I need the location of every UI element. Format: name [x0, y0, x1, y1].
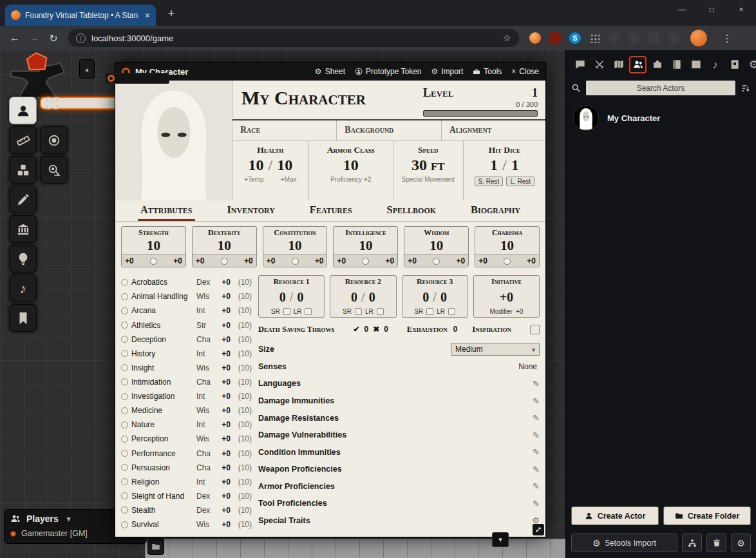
window-close-button[interactable]: ×	[726, 0, 756, 22]
sort-filter-icon[interactable]	[741, 83, 751, 93]
skill-row[interactable]: Deception Cha +0 (10)	[121, 332, 252, 347]
death-fail-icon[interactable]: ✖	[373, 325, 379, 334]
skill-row[interactable]: Nature Int +0 (10)	[121, 418, 252, 432]
ability-block[interactable]: Charisma 10 +0 +0	[475, 226, 540, 267]
tab-scenes[interactable]	[610, 56, 627, 73]
ability-score[interactable]: 10	[404, 238, 468, 255]
skill-proficiency-toggle[interactable]	[121, 293, 128, 300]
ability-score[interactable]: 10	[334, 238, 397, 255]
tab-actors[interactable]	[629, 56, 647, 73]
reload-button[interactable]: ↻	[44, 32, 63, 44]
resource-block[interactable]: Resource 2 0 / 0 SR LR	[330, 275, 396, 318]
inspiration-checkbox[interactable]	[530, 325, 540, 334]
skill-row[interactable]: Sleight of Hand Dex +0 (10)	[121, 489, 252, 503]
trait-edit-icon[interactable]: ✎	[533, 413, 540, 423]
actor-list-item[interactable]: My Character	[571, 102, 751, 134]
resource-label[interactable]: Resource 1	[260, 277, 323, 287]
skill-proficiency-toggle[interactable]	[121, 378, 128, 385]
window-resize-handle[interactable]	[533, 524, 544, 535]
skill-name[interactable]: Investigation	[131, 392, 193, 401]
skill-row[interactable]: Performance Cha +0 (10)	[121, 446, 252, 460]
tab-settings[interactable]: ⚙	[745, 56, 756, 73]
ac-value[interactable]: 10	[343, 155, 359, 175]
new-tab-button[interactable]: +	[162, 5, 180, 23]
url-text[interactable]: localhost:30000/game	[91, 34, 497, 43]
tab-compendium[interactable]	[726, 56, 743, 73]
window-minimize-button[interactable]: —	[667, 0, 697, 22]
tab-journal[interactable]	[668, 56, 685, 73]
skill-row[interactable]: Acrobatics Dex +0 (10)	[121, 275, 252, 289]
back-button[interactable]: ←	[5, 32, 24, 44]
resource-value[interactable]: 0	[351, 290, 357, 305]
skill-name[interactable]: Perception	[131, 434, 193, 443]
ability-name[interactable]: Charisma	[475, 227, 539, 238]
trait-edit-icon[interactable]: ✎	[533, 499, 540, 508]
foundry-canvas[interactable]: ▴ ♪ Players ▾ Gamemast	[0, 50, 756, 558]
tile-controls-button[interactable]	[9, 156, 37, 184]
measure-controls-button[interactable]	[9, 126, 37, 154]
sheet-tab[interactable]: Inventory	[224, 200, 277, 221]
skill-name[interactable]: Stealth	[131, 506, 193, 515]
tools-button[interactable]: Tools	[473, 67, 502, 76]
skill-proficiency-toggle[interactable]	[121, 279, 128, 286]
skill-row[interactable]: Religion Int +0 (10)	[121, 475, 252, 489]
skill-proficiency-toggle[interactable]	[121, 364, 128, 371]
extension-icon-3[interactable]	[648, 32, 659, 44]
skill-name[interactable]: Nature	[131, 420, 193, 429]
hp-max[interactable]: 10	[277, 155, 292, 175]
initiative-value[interactable]: +0	[500, 290, 513, 305]
resource-label[interactable]: Resource 3	[404, 277, 466, 287]
short-rest-checkbox[interactable]	[283, 308, 290, 315]
create-actor-button[interactable]: Create Actor	[571, 506, 659, 525]
ability-proficiency-pip[interactable]	[433, 258, 440, 265]
ability-score[interactable]: 10	[122, 238, 185, 255]
special-movement-label[interactable]: Special Movement	[402, 176, 455, 183]
bookmark-star-icon[interactable]: ☆	[503, 32, 511, 44]
extension-foundry-icon[interactable]	[529, 32, 541, 44]
ability-score[interactable]: 10	[263, 238, 327, 255]
search-actors-input[interactable]	[585, 80, 736, 96]
skill-name[interactable]: Survival	[131, 520, 193, 529]
skill-proficiency-toggle[interactable]	[121, 521, 128, 528]
walls-controls-button[interactable]	[9, 215, 37, 243]
ability-name[interactable]: Wisdom	[404, 227, 468, 238]
skill-row[interactable]: Animal Handling Wis +0 (10)	[121, 289, 252, 303]
skill-row[interactable]: Insight Wis +0 (10)	[121, 361, 252, 375]
target-tool-button[interactable]	[40, 126, 68, 154]
long-rest-checkbox[interactable]	[305, 308, 312, 315]
skill-row[interactable]: Investigation Int +0 (10)	[121, 389, 252, 403]
skill-name[interactable]: Performance	[131, 449, 193, 458]
ability-name[interactable]: Intelligence	[334, 227, 397, 238]
hit-dice-block[interactable]: Hit Dice 1 / 1 S. Rest L. Rest	[464, 141, 545, 200]
ability-save[interactable]: +0	[315, 256, 324, 265]
site-info-icon[interactable]: i	[76, 34, 86, 43]
alignment-field[interactable]: Alignment	[442, 120, 545, 140]
macro-folder-button[interactable]	[147, 538, 164, 555]
sheet-tab[interactable]: Features	[307, 200, 355, 221]
skill-proficiency-toggle[interactable]	[121, 322, 128, 329]
window-maximize-button[interactable]: □	[697, 0, 726, 22]
drawing-controls-button[interactable]	[9, 186, 37, 213]
ability-proficiency-pip[interactable]	[150, 258, 157, 265]
tab-playlists[interactable]: ♪	[706, 56, 724, 73]
browser-menu-icon[interactable]: ⋮	[722, 32, 732, 44]
hit-dice-max[interactable]: 1	[511, 155, 519, 175]
skill-name[interactable]: Medicine	[131, 406, 193, 415]
race-field[interactable]: Race	[232, 120, 337, 140]
skill-proficiency-toggle[interactable]	[121, 450, 128, 457]
hotbar-page-down-button[interactable]: ▾	[492, 532, 509, 547]
xp-text[interactable]: 0 / 300	[423, 101, 538, 108]
tab-close-icon[interactable]: ×	[145, 11, 150, 20]
prototype-token-button[interactable]: Prototype Token	[355, 67, 422, 76]
ability-proficiency-pip[interactable]	[221, 258, 228, 265]
ability-proficiency-pip[interactable]	[362, 258, 369, 265]
resource-value[interactable]: 0	[279, 290, 286, 305]
import-button[interactable]: ⚙ Import	[431, 67, 464, 76]
long-rest-checkbox[interactable]	[377, 308, 384, 315]
players-collapse-icon[interactable]: ▾	[67, 515, 71, 523]
hp-temp-label[interactable]: +Temp	[244, 176, 263, 183]
skill-name[interactable]: Arcana	[131, 306, 193, 315]
ability-name[interactable]: Constitution	[263, 227, 327, 238]
close-window-button[interactable]: × Close	[511, 67, 539, 76]
skill-proficiency-toggle[interactable]	[121, 350, 128, 357]
